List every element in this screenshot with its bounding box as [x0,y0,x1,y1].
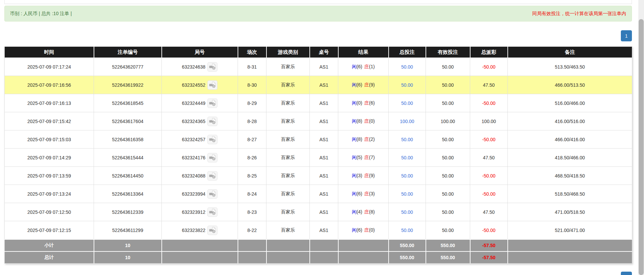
pagination-page-1-button[interactable]: 1 [621,30,632,41]
cell-session: 8-25 [238,167,266,185]
total-row: 总计 10 550.00 550.00 -57.50 [5,251,632,264]
player-result-points: (8) [356,136,362,142]
scrollbar-thumb[interactable] [639,19,644,275]
banker-result-points: (2) [369,136,375,142]
banker-result-points: (0) [369,118,375,124]
table-header-row: 时间注单编号局号场次游戏类别桌号结果总投注有效投注总派彩备注 [5,47,632,58]
banker-result-points: (0) [369,227,375,233]
player-result-label: 闲 [352,100,356,106]
player-result-label: 闲 [352,191,356,196]
pagination-bottom: 1 [621,272,632,275]
cell-time: 2025-07-09 07:12:15 [5,221,94,240]
banker-result-points: (9) [369,173,375,178]
player-result-label: 闲 [352,136,356,142]
player-result-points: (8) [356,118,362,124]
column-header: 注单编号 [94,47,162,58]
cell-note: 471.00/518.50 [508,203,632,221]
table-row: 2025-07-09 07:15:42 522643617604 6323243… [5,112,632,130]
video-replay-icon [209,118,216,124]
video-replay-button[interactable] [207,226,217,235]
player-result-label: 闲 [352,173,356,178]
cell-note: 418.50/466.00 [508,149,632,167]
table-row: 2025-07-09 07:16:56 522643619922 6323245… [5,76,632,94]
player-result-label: 闲 [352,82,356,87]
column-header: 总投注 [389,47,426,58]
video-replay-icon [209,227,216,233]
cell-total-payout: -50.00 [470,130,508,149]
cell-session: 8-31 [238,58,266,76]
column-header: 时间 [5,47,94,58]
video-replay-button[interactable] [207,135,217,144]
round-number: 632324552 [182,82,205,88]
cell-valid-bet: 50.00 [426,130,470,149]
video-replay-button[interactable] [207,153,217,162]
cell-total-payout: 47.50 [470,203,508,221]
cell-note: 466.00/513.50 [508,76,632,94]
total-bet-link[interactable]: 50.00 [401,191,413,197]
total-bet-link[interactable]: 50.00 [401,101,413,106]
cell-session: 8-29 [238,94,266,112]
content-area: 币别 : 人民币 | 总共 :10 注单 | 同局有效投注，统一计算在该局第一张… [4,0,632,275]
pagination-bottom-page-1-button[interactable]: 1 [621,272,632,275]
total-label: 总计 [5,251,94,264]
cell-total-payout: 47.50 [470,149,508,167]
round-number: 632323912 [182,209,205,215]
total-bet-link[interactable]: 100.00 [400,119,414,124]
cell-round: 632324638 [162,58,238,76]
cell-session: 8-28 [238,112,266,130]
total-bet-link[interactable]: 50.00 [401,228,413,233]
cell-round: 632324257 [162,130,238,149]
cell-round: 632324449 [162,94,238,112]
cell-session: 8-27 [238,130,266,149]
column-header: 场次 [238,47,266,58]
total-bet-link[interactable]: 50.00 [401,209,413,215]
round-number: 632324638 [182,64,205,70]
cell-valid-bet: 50.00 [426,221,470,240]
video-replay-button[interactable] [207,99,217,108]
total-bet-link[interactable]: 50.00 [401,137,413,142]
video-replay-button[interactable] [207,189,217,199]
cell-game-type: 百家乐 [266,185,310,203]
total-bet-link[interactable]: 50.00 [401,64,413,70]
banker-result-label: 庄 [364,155,369,160]
video-replay-icon [209,172,216,179]
cell-note: 513.50/463.50 [508,58,632,76]
video-replay-button[interactable] [207,80,217,90]
cell-total-bet: 50.00 [389,185,426,203]
total-bet-link[interactable]: 50.00 [401,173,413,179]
cell-result: 闲(3)庄(9) [338,167,389,185]
cell-total-bet: 100.00 [389,112,426,130]
video-replay-button[interactable] [207,207,217,217]
total-bet-link[interactable]: 50.00 [401,82,413,88]
total-bet-link[interactable]: 50.00 [401,155,413,160]
banker-result-points: (7) [369,155,375,160]
cell-result: 闲(6)庄(9) [338,76,389,94]
cell-bet-id: 522643618545 [94,94,162,112]
total-count: 10 [94,251,162,264]
subtotal-total-bet: 550.00 [389,239,426,251]
banker-result-label: 庄 [364,136,369,142]
banker-result-label: 庄 [364,64,369,69]
cell-session: 8-24 [238,185,266,203]
banker-result-label: 庄 [364,209,369,214]
player-result-points: (4) [356,209,362,214]
cell-bet-id: 522643617604 [94,112,162,130]
video-replay-button[interactable] [207,117,217,126]
table-row: 2025-07-09 07:14:29 522643615444 6323241… [5,149,632,167]
cell-result: 闲(6)庄(1) [338,58,389,76]
cell-game-type: 百家乐 [266,130,310,149]
player-result-points: (6) [356,227,362,233]
cell-table-number: AS1 [310,58,338,76]
cell-note: 466.00/416.00 [508,130,632,149]
vertical-scrollbar[interactable] [638,0,644,275]
cell-note: 521.00/471.00 [508,221,632,240]
cell-time: 2025-07-09 07:17:24 [5,58,94,76]
cell-total-bet: 50.00 [389,221,426,240]
video-replay-button[interactable] [207,171,217,181]
video-replay-button[interactable] [207,62,217,72]
table-row: 2025-07-09 07:13:59 522643614450 6323240… [5,167,632,185]
column-header: 结果 [338,47,389,58]
cell-table-number: AS1 [310,149,338,167]
cell-total-payout: -50.00 [470,221,508,240]
player-result-label: 闲 [352,155,356,160]
